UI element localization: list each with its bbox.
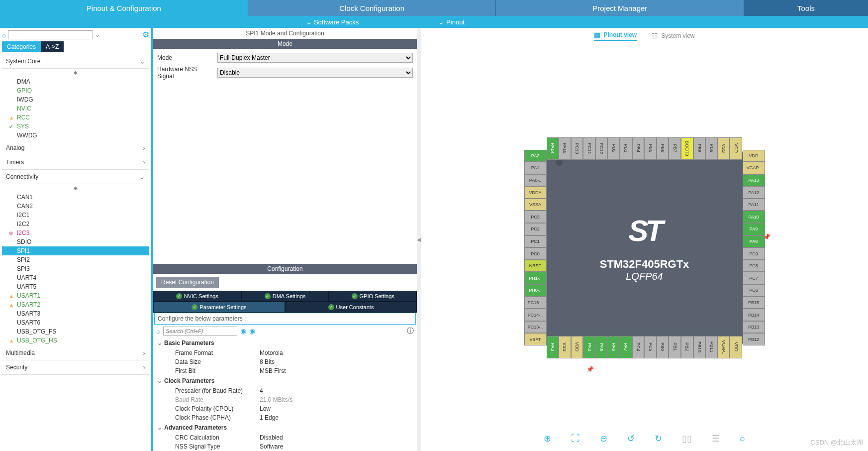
pin-pa1[interactable]: PA1 <box>524 162 547 174</box>
pin-pa15[interactable]: PA15 <box>559 137 571 160</box>
peripheral-iwdg[interactable]: IWDG <box>2 95 149 104</box>
pin-pa7[interactable]: PA7SPI1_MOSI <box>620 336 632 358</box>
peripheral-gpio[interactable]: GPIO <box>2 86 149 95</box>
pin-pb3[interactable]: PB3 <box>620 137 632 160</box>
pin-vdda[interactable]: VDDA <box>524 186 547 199</box>
pin-vcap[interactable]: VCAP.. <box>743 162 765 174</box>
tab-alphabetical[interactable]: A->Z <box>41 41 64 52</box>
pin-nrst[interactable]: NRST <box>524 260 547 272</box>
pin-vss[interactable]: VSS <box>718 137 730 160</box>
pinout-view-tab[interactable]: ▦Pinout view <box>594 31 637 41</box>
config-tab-dma-settings[interactable]: ✓DMA Settings <box>241 291 329 302</box>
pin-pc2[interactable]: PC2 <box>524 223 547 235</box>
peripheral-dma[interactable]: DMA <box>2 77 149 86</box>
rotate-left-icon[interactable]: ↺ <box>627 433 635 444</box>
search-pin-icon[interactable]: ⌕ <box>740 433 745 444</box>
prev-icon[interactable]: ◉ <box>240 327 246 335</box>
system-view-tab[interactable]: ☷System view <box>652 31 694 41</box>
config-tab-user-constants[interactable]: ✓User Constants <box>285 302 417 313</box>
category-system-core[interactable]: System Core⌄ <box>2 54 149 69</box>
peripheral-sdio[interactable]: SDIO <box>2 237 149 246</box>
param-baud-rate[interactable]: Baud Rate21.0 MBits/s <box>157 395 413 404</box>
pin-pc10[interactable]: PC10 <box>571 137 583 160</box>
pin-vcap[interactable]: VCAP.. <box>718 336 730 358</box>
peripheral-search-input[interactable] <box>8 30 93 39</box>
nss-select[interactable]: Disable <box>217 68 413 78</box>
param-nss-signal-type[interactable]: NSS Signal TypeSoftware <box>157 442 413 451</box>
pin-pd2[interactable]: PD2 <box>607 137 620 160</box>
pin-pa4[interactable]: PA4GPIO_Output <box>583 336 595 358</box>
pin-pc5[interactable]: PC5 <box>644 336 657 358</box>
param-frame-format[interactable]: Frame FormatMotorola <box>157 348 413 357</box>
config-tab-nvic-settings[interactable]: ✓NVIC Settings <box>153 291 241 302</box>
peripheral-nvic[interactable]: NVIC <box>2 104 149 113</box>
peripheral-i2c1[interactable]: I2C1 <box>2 211 149 220</box>
pin-pc4[interactable]: PC4 <box>632 336 645 358</box>
pin-pc15-[interactable]: PC15-.. <box>524 297 547 309</box>
pin-pb7[interactable]: PB7 <box>669 137 681 160</box>
pin-pc3[interactable]: PC3 <box>524 211 547 223</box>
pin-pb9[interactable]: PB9 <box>705 137 718 160</box>
pin-pc7[interactable]: PC7 <box>743 272 765 284</box>
pin-ph1-[interactable]: PH1-..RCC_OSC_OUT <box>524 272 547 284</box>
fit-icon[interactable]: ⛶ <box>571 433 580 444</box>
dropdown-software-packs[interactable]: Software Packs <box>296 18 369 26</box>
peripheral-spi2[interactable]: SPI2 <box>2 255 149 264</box>
pin-pa6[interactable]: PA6SPI1_MISO <box>607 336 620 358</box>
peripheral-usb_otg_hs[interactable]: ▲USB_OTG_HS <box>2 336 149 345</box>
pin-pb12[interactable]: PB12 <box>743 333 765 345</box>
param-search-input[interactable] <box>163 327 237 336</box>
pin-pc13-[interactable]: PC13-.. <box>524 321 547 334</box>
config-tab-parameter-settings[interactable]: ✓Parameter Settings <box>153 302 285 313</box>
peripheral-usart2[interactable]: ▲USART2 <box>2 300 149 309</box>
pin-pc11[interactable]: PC11 <box>583 137 595 160</box>
pin-pa9[interactable]: PA9USART1_TX <box>743 223 765 235</box>
category-timers[interactable]: Timers› <box>2 155 149 170</box>
pin-vssa[interactable]: VSSA <box>524 199 547 211</box>
chip-canvas[interactable]: ST STM32F405RGTx LQFP64 VBATPC13-..PC14-… <box>421 44 868 451</box>
pin-pb1[interactable]: PB1 <box>669 336 681 358</box>
pin-pb2[interactable]: PB2 <box>681 336 693 358</box>
pin-pa2[interactable]: PA2USART2_TX <box>524 150 547 162</box>
pin-pb0[interactable]: PB0 <box>657 336 669 358</box>
param-crc-calculation[interactable]: CRC CalculationDisabled <box>157 433 413 442</box>
peripheral-can2[interactable]: CAN2 <box>2 202 149 211</box>
pin-pb6[interactable]: PB6 <box>657 137 669 160</box>
param-first-bit[interactable]: First BitMSB First <box>157 366 413 375</box>
peripheral-usart3[interactable]: USART3 <box>2 309 149 318</box>
pin-pb11[interactable]: PB11 <box>705 336 718 358</box>
pin-pc8[interactable]: PC8 <box>743 260 765 272</box>
pin-pa8[interactable]: PA8GPIO_Output <box>743 235 765 248</box>
dropdown-pinout[interactable]: Pinout <box>428 18 475 26</box>
tab-categories[interactable]: Categories <box>2 41 41 52</box>
category-connectivity[interactable]: Connectivity⌄ <box>2 170 149 184</box>
pin-pa14[interactable]: PA14SYS_JTCK-SWC.. <box>547 137 559 160</box>
pin-pa0-[interactable]: PA0-.. <box>524 174 547 187</box>
peripheral-usart6[interactable]: USART6 <box>2 318 149 327</box>
pin-pc0[interactable]: PC0 <box>524 247 547 260</box>
reset-configuration-button[interactable]: Reset Configuration <box>156 277 219 288</box>
pin-pa10[interactable]: PA10USART1_RX <box>743 211 765 223</box>
grid-icon[interactable]: ▯▯ <box>682 433 692 444</box>
list-icon[interactable]: ☰ <box>712 433 720 444</box>
pin-pb8[interactable]: PB8 <box>693 137 706 160</box>
peripheral-uart4[interactable]: UART4 <box>2 273 149 282</box>
pin-pc6[interactable]: PC6 <box>743 284 765 297</box>
pin-pb4[interactable]: PB4 <box>632 137 645 160</box>
tab-clock-config[interactable]: Clock Configuration <box>248 0 496 16</box>
peripheral-spi1[interactable]: SPI1 <box>2 246 149 255</box>
param-group-advanced-parameters[interactable]: ⌄ Advanced Parameters <box>157 422 413 433</box>
rotate-right-icon[interactable]: ↻ <box>655 433 662 444</box>
pin-pa13[interactable]: PA13SYS_JTMS-SWDIO <box>743 174 765 187</box>
param-group-basic-parameters[interactable]: ⌄ Basic Parameters <box>157 338 413 348</box>
zoom-out-icon[interactable]: ⊖ <box>600 433 607 444</box>
category-security[interactable]: Security› <box>2 360 149 375</box>
pin-pc1[interactable]: PC1 <box>524 235 547 248</box>
peripheral-can1[interactable]: CAN1 <box>2 193 149 202</box>
param-prescaler-for-baud-rate-[interactable]: Prescaler (for Baud Rate)4 <box>157 386 413 395</box>
pin-pb13[interactable]: PB13 <box>743 321 765 334</box>
mode-select[interactable]: Full-Duplex Master <box>217 53 413 63</box>
pin-vss[interactable]: VSS <box>559 336 571 358</box>
config-tab-gpio-settings[interactable]: ✓GPIO Settings <box>329 291 417 302</box>
peripheral-uart5[interactable]: UART5 <box>2 282 149 291</box>
